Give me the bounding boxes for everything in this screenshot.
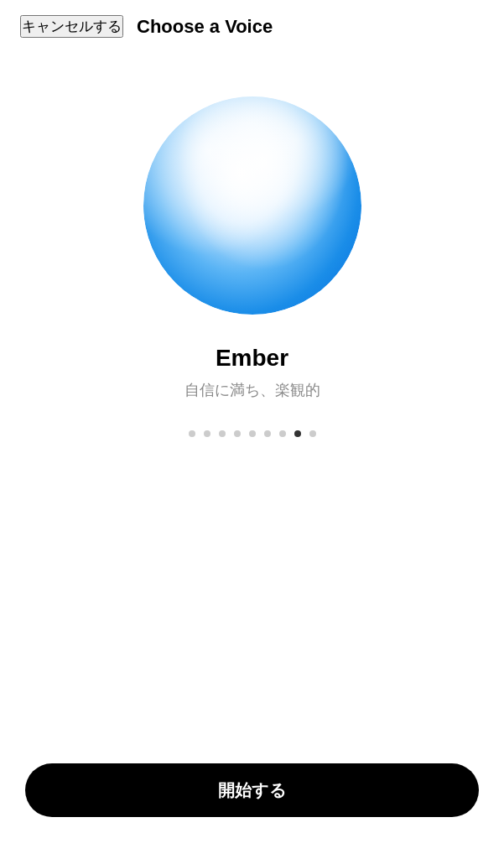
dot-6[interactable] xyxy=(264,430,271,437)
cloud-overlay xyxy=(143,96,361,315)
page-title: Choose a Voice xyxy=(137,16,273,38)
dot-7[interactable] xyxy=(279,430,286,437)
voice-avatar-container xyxy=(143,96,361,315)
dot-4[interactable] xyxy=(234,430,241,437)
dot-9[interactable] xyxy=(309,430,316,437)
header: キャンセルする Choose a Voice xyxy=(0,0,504,46)
voice-description: 自信に満ち、楽観的 xyxy=(184,380,320,400)
voice-avatar xyxy=(143,96,361,315)
start-button-label: 開始する xyxy=(218,779,287,802)
start-button[interactable]: 開始する xyxy=(25,763,479,817)
voice-name: Ember xyxy=(216,345,288,372)
dot-1[interactable] xyxy=(189,430,195,437)
cancel-button[interactable]: キャンセルする xyxy=(20,15,123,38)
dot-8[interactable] xyxy=(294,430,301,437)
pagination-dots xyxy=(189,430,316,437)
bottom-area: 開始する xyxy=(0,763,504,817)
dot-3[interactable] xyxy=(219,430,226,437)
dot-2[interactable] xyxy=(204,430,210,437)
main-content: Ember 自信に満ち、楽観的 xyxy=(0,46,504,437)
dot-5[interactable] xyxy=(249,430,256,437)
